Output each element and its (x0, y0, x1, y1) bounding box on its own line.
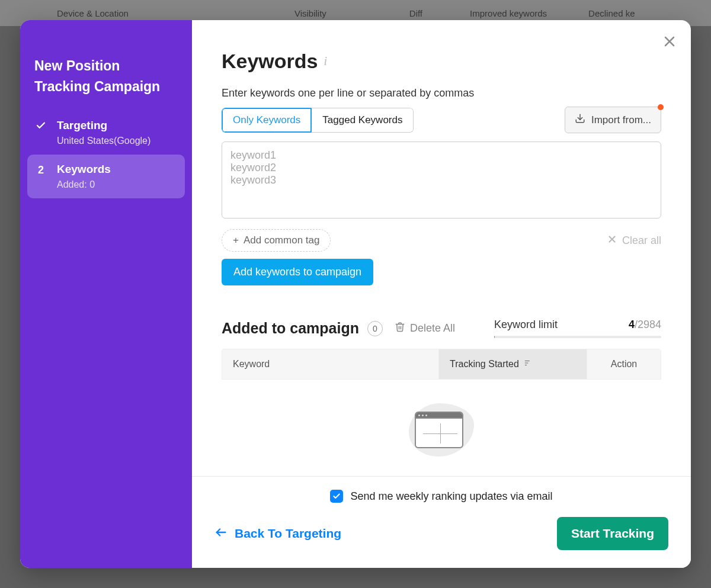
page-title: Keywords i (222, 50, 661, 73)
notification-dot (658, 104, 664, 110)
keyword-limit: Keyword limit 4/2984 (494, 319, 661, 338)
clear-all-label: Clear all (622, 234, 661, 247)
back-label: Back To Targeting (235, 526, 341, 541)
add-keywords-button[interactable]: Add keywords to campaign (222, 259, 373, 285)
page-title-text: Keywords (222, 50, 318, 73)
weekly-updates-checkbox[interactable] (330, 490, 343, 503)
plus-icon: + (233, 234, 239, 246)
modal: New Position Tracking Campaign Targeting… (20, 20, 691, 568)
added-title: Added to campaign (222, 320, 359, 337)
col-keyword[interactable]: Keyword (222, 349, 439, 379)
delete-all-button[interactable]: Delete All (395, 322, 455, 335)
wizard-sidebar: New Position Tracking Campaign Targeting… (20, 20, 192, 568)
arrow-left-icon (214, 526, 228, 542)
clear-all-button[interactable]: Clear all (607, 234, 661, 248)
step-subtitle: Added: 0 (57, 179, 111, 190)
check-icon (36, 119, 46, 131)
modal-main: Keywords i Enter keywords one per line o… (192, 20, 691, 568)
added-count-badge: 0 (367, 321, 383, 336)
download-icon (575, 113, 585, 127)
empty-state-illustration (222, 380, 661, 457)
back-to-targeting-link[interactable]: Back To Targeting (214, 526, 341, 542)
input-hint: Enter keywords one per line or separated… (222, 87, 661, 99)
sidebar-title: New Position Tracking Campaign (27, 56, 185, 111)
tab-only-keywords[interactable]: Only Keywords (222, 108, 312, 133)
keyword-mode-segment: Only Keywords Tagged Keywords (222, 108, 414, 133)
step-number: 2 (36, 163, 46, 176)
keywords-textarea[interactable] (222, 142, 661, 219)
info-icon[interactable]: i (324, 54, 328, 68)
add-tag-label: Add common tag (244, 234, 320, 246)
add-common-tag-button[interactable]: + Add common tag (222, 229, 331, 252)
step-subtitle: United States(Google) (57, 136, 150, 146)
col-tracking-started[interactable]: Tracking Started (439, 349, 587, 379)
modal-footer: Send me weekly ranking updates via email… (192, 476, 691, 568)
limit-max: 2984 (638, 319, 661, 330)
trash-icon (395, 322, 405, 335)
weekly-updates-label: Send me weekly ranking updates via email (350, 490, 552, 503)
sort-icon (524, 359, 532, 369)
import-from-button[interactable]: Import from... (565, 107, 661, 133)
step-keywords[interactable]: 2 Keywords Added: 0 (27, 155, 185, 198)
import-label: Import from... (591, 114, 651, 126)
step-targeting[interactable]: Targeting United States(Google) (27, 111, 185, 155)
step-name: Targeting (57, 119, 150, 132)
close-icon (662, 40, 677, 50)
limit-label: Keyword limit (494, 319, 558, 331)
close-button[interactable] (662, 34, 677, 51)
weekly-updates-row: Send me weekly ranking updates via email (214, 490, 668, 503)
keywords-table: Keyword Tracking Started Action (222, 349, 661, 380)
delete-all-label: Delete All (410, 322, 455, 335)
limit-progress-bar (494, 336, 661, 338)
table-header: Keyword Tracking Started Action (222, 349, 661, 379)
col-action: Action (587, 349, 661, 379)
col-tracking-label: Tracking Started (450, 359, 519, 369)
step-name: Keywords (57, 163, 111, 176)
limit-used: 4 (629, 319, 635, 330)
tab-tagged-keywords[interactable]: Tagged Keywords (312, 108, 414, 133)
close-icon (607, 234, 617, 248)
start-tracking-button[interactable]: Start Tracking (557, 517, 668, 550)
